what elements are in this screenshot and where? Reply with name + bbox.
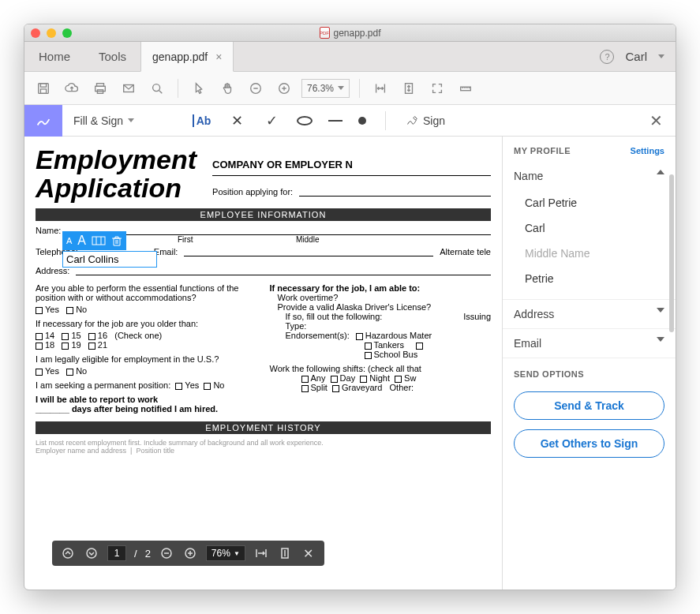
zoom-in-button[interactable]	[182, 545, 198, 561]
my-profile-header: MY PROFILE	[514, 146, 571, 155]
profile-lastname[interactable]: Petrie	[525, 266, 664, 291]
text-smaller-button[interactable]: A	[66, 234, 72, 248]
close-nav-button[interactable]: ✕	[301, 545, 316, 561]
address-section-label: Address	[514, 308, 554, 320]
settings-link[interactable]: Settings	[631, 146, 664, 155]
minimize-window-button[interactable]	[47, 28, 56, 38]
titlebar: PDF genapp.pdf	[24, 24, 676, 42]
search-icon[interactable]	[146, 77, 168, 99]
tabbar: Home Tools genapp.pdf × ? Carl	[24, 42, 676, 72]
fill-sign-mode-icon[interactable]	[24, 105, 62, 137]
send-track-button[interactable]: Send & Track	[514, 391, 664, 420]
delete-text-button[interactable]	[111, 234, 122, 248]
email-section-label: Email	[514, 337, 541, 350]
zoom-out-icon[interactable]	[245, 77, 267, 99]
profile-sidepanel: MY PROFILE Settings Name Carl Petrie Car…	[502, 137, 676, 590]
text-input-field[interactable]: Carl Collins	[62, 251, 157, 268]
help-icon[interactable]: ?	[600, 50, 614, 64]
close-fill-sign-button[interactable]: ✕	[637, 111, 676, 130]
zoom-value: 76.3%	[307, 83, 334, 94]
document-tab-label: genapp.pdf	[152, 51, 208, 63]
user-menu[interactable]: Carl	[625, 50, 647, 63]
name-section-toggle[interactable]: Name	[503, 162, 676, 190]
svg-point-13	[63, 548, 73, 558]
fill-sign-dropdown[interactable]: Fill & Sign	[62, 114, 145, 127]
line-tool[interactable]	[328, 120, 343, 122]
zoom-select[interactable]: 76.3%	[301, 79, 350, 98]
profile-firstname[interactable]: Carl	[525, 215, 664, 241]
cloud-upload-icon[interactable]	[61, 77, 83, 99]
scrollbar[interactable]	[669, 174, 674, 332]
svg-rect-12	[92, 237, 105, 245]
fit-page-button[interactable]	[277, 545, 293, 561]
window-title: genapp.pdf	[333, 28, 380, 39]
chevron-down-icon	[338, 86, 344, 90]
text-annotation-popup: A A Carl Collins	[62, 231, 157, 268]
fullscreen-icon[interactable]	[426, 77, 448, 99]
svg-point-14	[87, 548, 96, 558]
svg-point-7	[153, 84, 160, 91]
chevron-down-icon	[657, 337, 664, 342]
email-section-toggle[interactable]: Email	[503, 329, 676, 358]
tools-tab[interactable]: Tools	[84, 42, 140, 71]
zoom-level-select[interactable]: 76%▼	[206, 545, 245, 561]
main-toolbar: 76.3%	[24, 72, 676, 105]
svg-rect-4	[95, 86, 106, 91]
page-up-icon[interactable]	[60, 545, 76, 561]
fill-sign-toolbar: Fill & Sign Ab ✕ ✓ Sign ✕	[24, 105, 676, 137]
pdf-file-icon: PDF	[319, 27, 329, 39]
profile-fullname[interactable]: Carl Petrie	[525, 190, 664, 215]
home-tab[interactable]: Home	[24, 42, 84, 71]
hand-icon[interactable]	[216, 77, 238, 99]
user-menu-caret-icon[interactable]	[658, 54, 664, 58]
dot-tool[interactable]	[358, 117, 366, 125]
zoom-out-button[interactable]	[159, 545, 174, 561]
profile-middlename-placeholder[interactable]: Middle Name	[525, 241, 664, 266]
chevron-down-icon	[657, 308, 664, 313]
sign-tool[interactable]: Sign	[405, 114, 445, 128]
page-nav-toolbar: 1 / 2 76%▼ ✕	[52, 541, 324, 566]
document-viewport[interactable]: Employment Application COMPANY OR EMPLOY…	[24, 137, 502, 590]
name-section-label: Name	[514, 170, 543, 182]
page-separator: /	[134, 548, 137, 560]
x-mark-tool[interactable]: ✕	[227, 112, 246, 129]
get-others-sign-button[interactable]: Get Others to Sign	[514, 429, 664, 458]
pdf-page: Employment Application COMPANY OR EMPLOY…	[24, 137, 502, 590]
circle-tool[interactable]	[297, 116, 313, 125]
svg-rect-0	[39, 83, 49, 93]
text-spacing-button[interactable]	[92, 234, 106, 248]
form-title-1: Employment	[36, 146, 197, 174]
close-window-button[interactable]	[31, 28, 40, 38]
fit-width-button[interactable]	[253, 545, 269, 561]
sign-label: Sign	[423, 114, 445, 127]
cursor-icon[interactable]	[188, 77, 210, 99]
measure-icon[interactable]	[455, 77, 477, 99]
maximize-window-button[interactable]	[62, 28, 72, 38]
page-down-icon[interactable]	[84, 545, 99, 561]
svg-rect-1	[40, 83, 46, 87]
page-number-input[interactable]: 1	[107, 545, 126, 561]
zoom-in-icon[interactable]	[273, 77, 295, 99]
page-total: 2	[145, 548, 151, 560]
print-icon[interactable]	[89, 77, 111, 99]
document-tab[interactable]: genapp.pdf ×	[140, 42, 234, 72]
close-tab-button[interactable]: ×	[215, 51, 222, 63]
employee-info-header: EMPLOYEE INFORMATION	[36, 208, 491, 221]
send-options-header: SEND OPTIONS	[503, 358, 676, 387]
email-icon[interactable]	[118, 77, 140, 99]
svg-rect-2	[40, 88, 46, 92]
form-title-2: Application	[36, 174, 197, 203]
employment-history-header: EMPLOYMENT HISTORY	[36, 421, 491, 434]
company-label: COMPANY OR EMPLOYER N	[212, 159, 491, 170]
zoom-level-value: 76%	[211, 548, 230, 559]
checkmark-tool[interactable]: ✓	[262, 112, 281, 129]
chevron-up-icon	[657, 170, 664, 174]
text-tool[interactable]: Ab	[193, 114, 211, 127]
fill-sign-label: Fill & Sign	[73, 114, 123, 127]
save-icon[interactable]	[32, 77, 54, 99]
fit-page-icon[interactable]	[398, 77, 420, 99]
text-larger-button[interactable]: A	[77, 234, 86, 248]
position-label: Position applying for:	[212, 187, 293, 197]
address-section-toggle[interactable]: Address	[503, 300, 676, 329]
fit-width-icon[interactable]	[369, 77, 391, 99]
